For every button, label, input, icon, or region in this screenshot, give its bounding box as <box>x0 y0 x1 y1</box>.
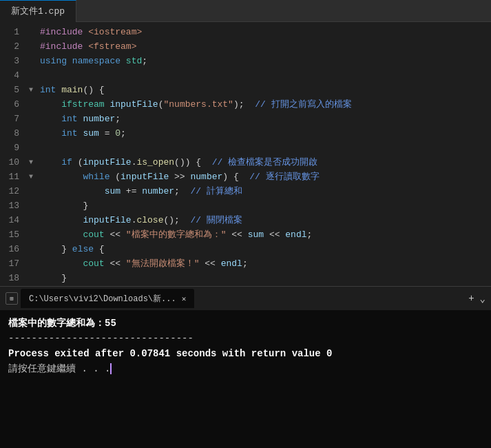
fold-spacer <box>29 126 40 141</box>
code-line: ▼ while (inputFile >> number) { // 逐行讀取數… <box>26 170 491 184</box>
terminal-close-button[interactable]: ✕ <box>182 294 187 303</box>
code-line: ▼int main() { <box>26 83 491 97</box>
terminal-icon: ⊞ <box>6 292 18 305</box>
line-number: 5 <box>0 83 19 97</box>
line-numbers: 12345678910111213141516171819202122 <box>0 22 26 286</box>
code-line: int sum = 0; <box>26 126 491 141</box>
terminal-cursor <box>110 363 112 374</box>
fold-icon[interactable]: ▼ <box>29 170 40 184</box>
terminal-output-1: 檔案中的數字總和為：55 <box>8 316 483 331</box>
terminal-body: 檔案中的數字總和為：55 ---------------------------… <box>0 310 491 448</box>
line-number: 8 <box>0 126 19 141</box>
fold-spacer <box>29 256 40 271</box>
fold-icon[interactable]: ▼ <box>29 155 40 170</box>
code-text: cout << "檔案中的數字總和為：" << sum << endl; <box>40 227 491 242</box>
fold-spacer <box>29 242 40 256</box>
code-line: } <box>26 198 491 213</box>
terminal-tab-bar: ⊞ C:\Users\vivi2\Downloads\新... ✕ + ⌄ <box>0 286 491 310</box>
fold-spacer <box>29 227 40 242</box>
fold-spacer <box>29 198 40 213</box>
line-number: 1 <box>0 25 19 39</box>
code-text: ifstream inputFile("numbers.txt"); // 打開… <box>40 97 491 112</box>
fold-spacer <box>29 271 40 285</box>
code-text: } <box>40 198 491 213</box>
split-terminal-button[interactable]: ⌄ <box>480 293 485 305</box>
fold-spacer <box>29 68 40 83</box>
code-line: using namespace std; <box>26 54 491 68</box>
code-line: int number; <box>26 112 491 126</box>
add-terminal-button[interactable]: + <box>468 293 474 304</box>
code-line <box>26 68 491 83</box>
line-number: 15 <box>0 227 19 242</box>
code-line: ▼ if (inputFile.is_open()) { // 檢查檔案是否成功… <box>26 155 491 170</box>
editor-panel: 新文件1.cpp 1234567891011121314151617181920… <box>0 0 491 286</box>
line-number: 9 <box>0 141 19 155</box>
code-text: #include <fstream> <box>40 39 491 54</box>
terminal-output-5: 請按任意鍵繼續 . . . <box>8 361 110 376</box>
file-tab[interactable]: 新文件1.cpp <box>0 0 76 22</box>
code-text: inputFile.close(); // 關閉檔案 <box>40 213 491 227</box>
line-number: 13 <box>0 198 19 213</box>
code-text: while (inputFile >> number) { // 逐行讀取數字 <box>40 170 491 184</box>
fold-spacer <box>29 184 40 198</box>
code-text: int main() { <box>40 83 491 97</box>
terminal-tab-label: C:\Users\vivi2\Downloads\新... <box>29 293 176 305</box>
line-number: 16 <box>0 242 19 256</box>
line-number: 2 <box>0 39 19 54</box>
terminal-output-4: Process exited after 0.07841 seconds wit… <box>8 346 483 361</box>
code-line: ifstream inputFile("numbers.txt"); // 打開… <box>26 97 491 112</box>
line-number: 17 <box>0 256 19 271</box>
tab-bar: 新文件1.cpp <box>0 0 491 22</box>
code-content[interactable]: #include <iostream>#include <fstream>usi… <box>26 22 491 286</box>
code-text: cout << "無法開啟檔案！" << endl; <box>40 256 491 271</box>
fold-spacer <box>29 97 40 112</box>
terminal-cursor-line: 請按任意鍵繼續 . . . <box>8 361 483 376</box>
code-area: 12345678910111213141516171819202122 #inc… <box>0 22 491 286</box>
fold-spacer <box>29 39 40 54</box>
code-text: using namespace std; <box>40 54 491 68</box>
line-number: 10 <box>0 155 19 170</box>
line-number: 11 <box>0 170 19 184</box>
terminal-panel: ⊞ C:\Users\vivi2\Downloads\新... ✕ + ⌄ 檔案… <box>0 286 491 448</box>
code-line: sum += number; // 計算總和 <box>26 184 491 198</box>
terminal-controls: + ⌄ <box>468 293 485 305</box>
file-tab-label: 新文件1.cpp <box>11 5 65 17</box>
fold-spacer <box>29 112 40 126</box>
terminal-tab[interactable]: C:\Users\vivi2\Downloads\新... ✕ <box>21 289 194 308</box>
code-text: #include <iostream> <box>40 25 491 39</box>
code-text: sum += number; // 計算總和 <box>40 184 491 198</box>
line-number: 7 <box>0 112 19 126</box>
fold-spacer <box>29 213 40 227</box>
code-line: #include <iostream> <box>26 25 491 39</box>
terminal-output-3: -------------------------------- <box>8 331 483 346</box>
code-line: #include <fstream> <box>26 39 491 54</box>
code-text: if (inputFile.is_open()) { // 檢查檔案是否成功開啟 <box>40 155 491 170</box>
line-number: 14 <box>0 213 19 227</box>
fold-icon[interactable]: ▼ <box>29 83 40 97</box>
code-line: } else { <box>26 242 491 256</box>
code-text: int sum = 0; <box>40 126 491 141</box>
code-text: } <box>40 271 491 285</box>
code-text: } else { <box>40 242 491 256</box>
fold-spacer <box>29 141 40 155</box>
code-line: cout << "檔案中的數字總和為：" << sum << endl; <box>26 227 491 242</box>
code-line <box>26 141 491 155</box>
line-number: 12 <box>0 184 19 198</box>
line-number: 6 <box>0 97 19 112</box>
fold-spacer <box>29 54 40 68</box>
code-line: cout << "無法開啟檔案！" << endl; <box>26 256 491 271</box>
line-number: 18 <box>0 271 19 285</box>
fold-spacer <box>29 25 40 39</box>
line-number: 3 <box>0 54 19 68</box>
code-line: } <box>26 271 491 285</box>
line-number: 4 <box>0 68 19 83</box>
code-text: int number; <box>40 112 491 126</box>
code-line: inputFile.close(); // 關閉檔案 <box>26 213 491 227</box>
